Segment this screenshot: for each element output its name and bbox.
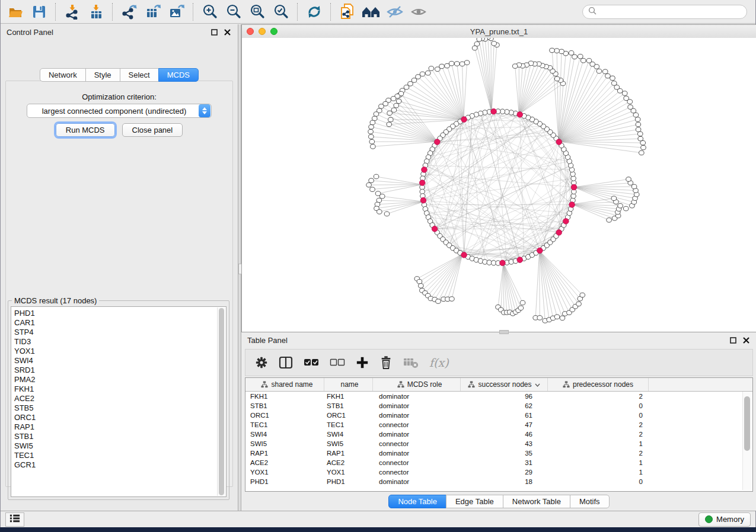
run-mcds-button[interactable]: Run MCDS [56, 123, 115, 137]
eye-slash-icon [386, 4, 404, 20]
search-input[interactable] [600, 7, 741, 17]
mcds-result-node[interactable]: STP4 [14, 328, 226, 337]
mcds-list-scrollbar[interactable] [217, 307, 225, 496]
export-table-button[interactable] [143, 2, 163, 21]
add-column-icon[interactable] [356, 356, 369, 369]
mcds-result-node[interactable]: FKH1 [14, 384, 226, 394]
duplicate-network-button[interactable] [337, 2, 358, 21]
zoom-fit-icon [249, 4, 266, 20]
mcds-result-node[interactable]: CAR1 [14, 318, 226, 328]
export-network-button[interactable] [119, 2, 139, 21]
table-row[interactable]: RAP1 RAP1 dominator 35 2 [245, 448, 752, 458]
mcds-result-node[interactable]: TEC1 [14, 451, 226, 460]
mcds-result-node[interactable]: YOX1 [14, 347, 226, 356]
task-history-button[interactable] [5, 512, 24, 527]
show-all-button[interactable] [409, 2, 429, 21]
mcds-result-node[interactable]: SWI5 [14, 441, 226, 451]
node-table: shared name name MCDS role successor nod… [245, 377, 753, 492]
delete-columns-icon[interactable] [379, 355, 393, 370]
tab-mcds[interactable]: MCDS [158, 68, 199, 82]
table-row[interactable]: SWI4 SWI4 dominator 46 2 [245, 430, 752, 439]
zoom-selected-icon [273, 4, 289, 20]
tab-edge-table[interactable]: Edge Table [446, 495, 503, 508]
float-table-panel-icon[interactable] [728, 335, 738, 345]
table-row[interactable]: SWI5 SWI5 connector 43 1 [245, 439, 752, 448]
zoom-selected-button[interactable] [271, 2, 291, 21]
function-builder-icon: f(x) [429, 356, 449, 369]
mcds-result-fieldset: MCDS result (17 nodes) PHD1CAR1STP4TID3Y… [8, 300, 229, 500]
table-row[interactable]: ACE2 ACE2 connector 31 1 [245, 458, 752, 467]
table-row[interactable]: PHD1 PHD1 dominator 18 0 [245, 477, 752, 486]
horizontal-splitter-grip[interactable] [499, 330, 509, 334]
criterion-dropdown[interactable]: largest connected component (undirected) [27, 104, 212, 118]
table-row[interactable]: TEC1 TEC1 connector 47 2 [245, 420, 752, 430]
tab-style[interactable]: Style [85, 68, 120, 82]
network-canvas[interactable] [242, 38, 756, 332]
open-file-button[interactable] [5, 2, 25, 21]
tab-motifs[interactable]: Motifs [570, 495, 610, 508]
column-header-predecessor-nodes[interactable]: predecessor nodes [548, 378, 649, 391]
table-body: FKH1 FKH1 dominator 96 2 STB1 STB1 domin… [245, 392, 752, 486]
table-row[interactable]: STB1 STB1 dominator 62 0 [245, 401, 752, 411]
deselect-all-columns-icon[interactable] [330, 358, 345, 367]
maximize-window-icon[interactable] [270, 28, 277, 35]
toolbar-separator [55, 3, 56, 21]
mcds-result-node[interactable]: RAP1 [14, 422, 226, 432]
table-row[interactable]: YOX1 YOX1 connector 29 1 [245, 467, 752, 477]
tab-select[interactable]: Select [120, 68, 159, 82]
mcds-result-node[interactable]: GCR1 [14, 460, 226, 470]
float-panel-icon[interactable] [209, 27, 219, 37]
import-table-button[interactable] [86, 2, 106, 21]
column-header-shared-name[interactable]: shared name [245, 378, 324, 391]
close-panel-button[interactable]: Close panel [122, 123, 183, 137]
toggle-columns-icon[interactable] [279, 356, 293, 369]
mcds-result-node[interactable]: PHD1 [14, 309, 226, 318]
mcds-result-node[interactable]: STB5 [14, 403, 226, 413]
network-window-titlebar[interactable]: YPA_prune.txt_1 [242, 25, 756, 39]
tab-network[interactable]: Network [40, 68, 86, 82]
mcds-result-node[interactable]: TID3 [14, 337, 226, 347]
select-all-columns-icon[interactable] [304, 358, 319, 367]
table-panel: Table Panel f(x) shared name name [241, 332, 756, 511]
table-row[interactable]: ORC1 ORC1 dominator 61 0 [245, 411, 752, 420]
close-panel-icon[interactable] [222, 27, 232, 37]
export-image-button[interactable] [167, 2, 187, 21]
close-window-icon[interactable] [247, 28, 254, 35]
eye-icon [410, 4, 428, 20]
hierarchy-icon [397, 381, 404, 388]
hide-selected-button[interactable] [385, 2, 405, 21]
network-window-title: YPA_prune.txt_1 [242, 27, 756, 36]
save-session-button[interactable] [29, 2, 49, 21]
mcds-result-list[interactable]: PHD1CAR1STP4TID3YOX1SWI4SRD1PMA2FKH1ACE2… [11, 306, 227, 497]
mcds-result-node[interactable]: STB1 [14, 432, 226, 441]
control-panel-tabs: Network Style Select MCDS [1, 68, 238, 82]
mcds-result-node[interactable]: ORC1 [14, 413, 226, 422]
table-row[interactable]: FKH1 FKH1 dominator 96 2 [245, 392, 752, 401]
mcds-result-node[interactable]: SWI4 [14, 356, 226, 366]
tab-node-table[interactable]: Node Table [388, 495, 446, 508]
column-header-name[interactable]: name [324, 378, 373, 391]
close-table-panel-icon[interactable] [741, 335, 751, 345]
zoom-fit-button[interactable] [247, 2, 267, 21]
mcds-result-node[interactable]: PMA2 [14, 375, 226, 384]
settings-gear-icon[interactable] [255, 356, 268, 369]
duplicate-network-icon [339, 3, 356, 21]
mcds-result-node[interactable]: ACE2 [14, 394, 226, 403]
zoom-out-button[interactable] [224, 2, 244, 21]
network-graph[interactable] [242, 38, 756, 332]
column-header-mcds-role[interactable]: MCDS role [373, 378, 461, 391]
toolbar-separator [112, 3, 113, 21]
refresh-layout-button[interactable] [304, 2, 324, 21]
zoom-in-button[interactable] [200, 2, 220, 21]
memory-button[interactable]: Memory [698, 512, 751, 527]
import-network-button[interactable] [62, 2, 82, 21]
column-header-successor-nodes[interactable]: successor nodes [461, 378, 548, 391]
criterion-value: largest connected component (undirected) [27, 107, 199, 116]
search-field[interactable] [582, 5, 747, 19]
table-scrollbar[interactable] [742, 392, 751, 490]
memory-label: Memory [716, 515, 744, 524]
minimize-window-icon[interactable] [259, 28, 266, 35]
tab-network-table[interactable]: Network Table [503, 495, 570, 508]
first-neighbors-button[interactable] [361, 2, 381, 21]
mcds-result-node[interactable]: SRD1 [14, 366, 226, 375]
